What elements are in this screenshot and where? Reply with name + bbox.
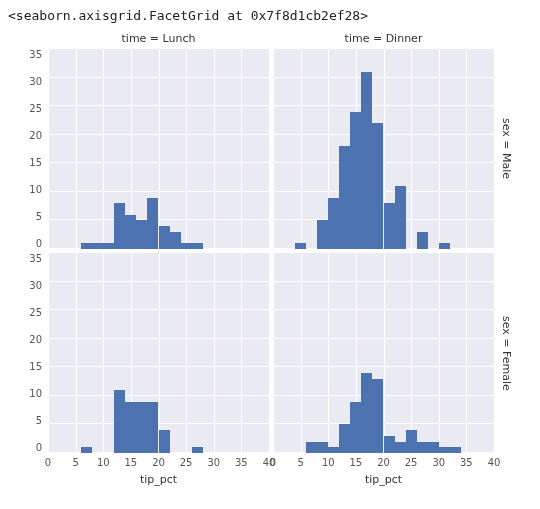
histogram-bar <box>192 447 204 453</box>
hist-female-dinner <box>273 253 494 453</box>
hist-female-lunch <box>48 253 269 453</box>
col-title-dinner: time = Dinner <box>271 29 496 47</box>
histogram-bar <box>450 447 462 453</box>
row-title-female: sex = Female <box>496 251 516 455</box>
x-label: tip_pct <box>48 473 269 486</box>
histogram-bar <box>192 243 204 249</box>
y-axis-row1: 35302520151050 <box>8 47 46 251</box>
facetgrid-repr: <seaborn.axisgrid.FacetGrid at 0x7f8d1cb… <box>8 8 532 23</box>
row-title-male: sex = Male <box>496 47 516 251</box>
histogram-bar <box>439 243 451 249</box>
x-axis-col2: 0510152025303540 tip_pct <box>271 455 496 489</box>
hist-male-dinner <box>273 49 494 249</box>
histogram-bar <box>81 447 93 453</box>
histogram-bar <box>295 243 307 249</box>
histogram-bar <box>395 186 407 249</box>
x-label: tip_pct <box>273 473 494 486</box>
histogram-bar <box>417 232 429 249</box>
x-axis-col1: 0510152025303540 tip_pct <box>46 455 271 489</box>
hist-male-lunch <box>48 49 269 249</box>
y-axis-row2: 35302520151050 <box>8 251 46 455</box>
histogram-bar <box>159 430 171 453</box>
col-title-lunch: time = Lunch <box>46 29 271 47</box>
facet-grid: time = Lunch time = Dinner 3530252015105… <box>8 29 516 489</box>
